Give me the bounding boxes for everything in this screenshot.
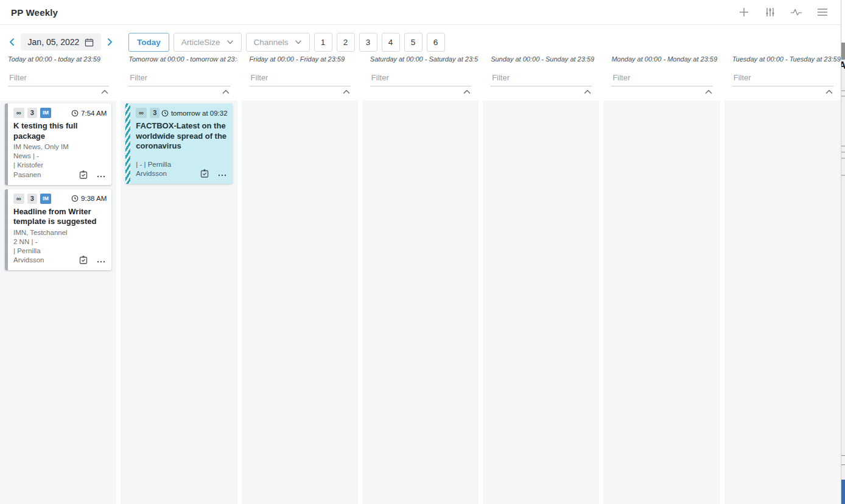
today-button[interactable]: Today	[128, 33, 169, 52]
column-filter-input[interactable]	[732, 71, 833, 86]
column-filter	[483, 63, 599, 86]
chevron-up-icon[interactable]	[463, 88, 471, 96]
count-badge: 3	[150, 108, 160, 118]
article-size-dropdown[interactable]: ArticleSize	[174, 33, 242, 52]
column-filter-input[interactable]	[491, 71, 592, 86]
size-button-6[interactable]: 6	[427, 33, 445, 52]
card-time: 9:38 AM	[71, 195, 107, 202]
chevron-up-icon[interactable]	[825, 88, 833, 96]
date-picker-button[interactable]: Jan, 05, 2022	[21, 33, 102, 51]
collapse-row	[724, 86, 841, 96]
channel-badge: IM	[40, 194, 51, 204]
size-button-2[interactable]: 2	[337, 33, 355, 52]
card-time: 7:54 AM	[71, 110, 107, 117]
planning-card[interactable]: ∞3IM 9:38 AM Headline from Writer templa…	[5, 189, 111, 271]
count-badge: ∞	[13, 194, 24, 204]
column-time-range-header: Friday at 00:00 - Friday at 23:59	[242, 54, 358, 63]
size-button-4[interactable]: 4	[382, 33, 400, 52]
add-icon[interactable]	[738, 6, 750, 18]
card-meta-line: IMN, Testchannel 2 NN | -	[13, 228, 71, 247]
clipped-edge-control	[841, 455, 845, 465]
count-badge: 3	[27, 194, 37, 204]
column-card-list: ∞3IM 7:54 AM K testing this full package…	[0, 100, 116, 504]
more-options-button[interactable]	[217, 169, 227, 178]
app-title: PP Weekly	[11, 7, 58, 18]
column-filter-input[interactable]	[370, 71, 471, 86]
size-button-1[interactable]: 1	[314, 33, 332, 52]
chevron-down-icon	[295, 38, 302, 46]
chevron-up-icon[interactable]	[583, 88, 592, 96]
collapse-row	[362, 86, 479, 96]
filter-sliders-icon[interactable]	[764, 6, 776, 18]
chevron-down-icon	[226, 38, 234, 46]
chevron-up-icon[interactable]	[342, 88, 351, 96]
calendar-icon	[85, 38, 94, 47]
channels-label: Channels	[254, 38, 289, 47]
card-actions	[79, 170, 106, 180]
chevron-up-icon[interactable]	[704, 88, 713, 96]
article-size-label: ArticleSize	[181, 38, 220, 47]
clipped-edge-text: A	[841, 60, 845, 71]
day-column-5: Monday at 00:00 - Monday at 23:59	[603, 54, 720, 504]
chevron-up-icon[interactable]	[100, 88, 109, 96]
clipped-edge-band	[841, 43, 845, 60]
card-header-row: ∞3IM 9:38 AM	[13, 194, 107, 204]
menu-icon[interactable]	[816, 6, 829, 18]
card-meta-line: | Pernilla Arvidsson	[13, 247, 71, 265]
previous-day-button[interactable]	[7, 37, 17, 47]
day-column-4: Sunday at 00:00 - Sunday at 23:59	[483, 54, 599, 504]
card-meta-line: IM News, Only IM News | -	[13, 142, 71, 161]
channels-dropdown[interactable]: Channels	[246, 33, 310, 52]
collapse-row	[242, 86, 358, 96]
day-column-3: Saturday at 00:00 - Saturday at 23:59	[362, 54, 479, 504]
column-card-list	[603, 100, 720, 504]
task-check-button[interactable]	[200, 169, 209, 178]
planning-card[interactable]: ∞3 tomorrow at 09:32 FACTBOX-Latest on t…	[125, 103, 232, 184]
next-day-button[interactable]	[105, 37, 114, 47]
column-filter-input[interactable]	[8, 71, 109, 86]
clock-icon	[161, 110, 169, 117]
day-column-1: Tomorrow at 00:00 - tomorrow at 23:59 ∞3…	[121, 54, 237, 504]
card-time-label: 7:54 AM	[81, 110, 107, 117]
column-time-range-header: Today at 00:00 - today at 23:59	[0, 54, 116, 63]
column-filter	[121, 63, 237, 86]
date-navigator: Jan, 05, 2022	[0, 33, 121, 51]
column-filter-input[interactable]	[611, 71, 712, 86]
column-filter	[0, 63, 116, 86]
more-options-button[interactable]	[96, 255, 106, 265]
card-meta-line: | - | Pernilla Arvidsson	[136, 160, 192, 178]
card-header-row: ∞3IM 7:54 AM	[13, 108, 107, 118]
column-card-list	[483, 100, 599, 504]
count-badge: ∞	[13, 108, 24, 118]
collapse-row	[603, 86, 720, 96]
day-column-2: Friday at 00:00 - Friday at 23:59	[242, 54, 358, 504]
current-date-label: Jan, 05, 2022	[28, 37, 80, 47]
size-button-5[interactable]: 5	[404, 33, 422, 52]
count-badge: ∞	[136, 108, 147, 118]
chevron-up-icon[interactable]	[222, 88, 230, 96]
size-button-3[interactable]: 3	[359, 33, 377, 52]
collapse-row	[483, 86, 599, 96]
card-meta-line: | Kristofer Pasanen	[13, 161, 71, 179]
column-filter	[362, 63, 479, 86]
clipped-edge-top	[841, 0, 845, 43]
collapse-row	[0, 86, 116, 96]
task-check-button[interactable]	[79, 255, 88, 265]
planning-card[interactable]: ∞3IM 7:54 AM K testing this full package…	[5, 103, 111, 185]
toolbar: Jan, 05, 2022 Today ArticleSize Channels	[0, 25, 841, 54]
clock-icon	[71, 195, 79, 202]
column-filter-input[interactable]	[128, 71, 230, 86]
activity-icon[interactable]	[790, 6, 802, 18]
top-bar: PP Weekly	[0, 0, 841, 25]
task-check-button[interactable]	[79, 170, 88, 180]
column-time-range-header: Tuesday at 00:00 - Tuesday at 23:59	[724, 54, 841, 63]
column-filter-input[interactable]	[250, 71, 351, 86]
day-column-0: Today at 00:00 - today at 23:59 ∞3IM 7:5…	[0, 54, 116, 504]
clipped-window-edge: A	[841, 0, 845, 504]
card-time-label: 9:38 AM	[81, 195, 107, 202]
more-options-button[interactable]	[96, 170, 106, 180]
day-columns: Today at 00:00 - today at 23:59 ∞3IM 7:5…	[0, 54, 841, 504]
column-time-range-header: Monday at 00:00 - Monday at 23:59	[603, 54, 720, 63]
card-actions	[200, 169, 227, 178]
clipped-edge-strip	[841, 480, 845, 504]
